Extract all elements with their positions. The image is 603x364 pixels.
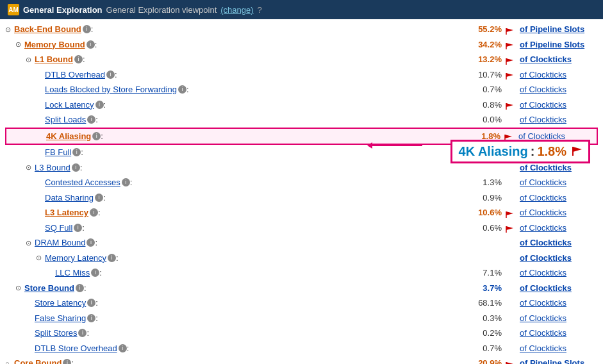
change-link[interactable]: (change)	[220, 5, 253, 15]
label-sq-full[interactable]: SQ Full	[45, 222, 72, 235]
info-icon-data-sharing[interactable]: i	[95, 194, 103, 202]
expand-icon-back-end-bound[interactable]: ⊙	[5, 24, 14, 35]
info-icon-store-latency[interactable]: i	[87, 299, 95, 307]
flag-spacer-memory-latency	[506, 254, 515, 261]
unit-back-end-bound[interactable]: of Pipeline Slots	[515, 23, 598, 36]
unit-memory-bound[interactable]: of Pipeline Slots	[515, 38, 598, 51]
label-l1-bound[interactable]: L1 Bound	[35, 53, 73, 66]
label-store-latency[interactable]: Store Latency	[35, 297, 86, 310]
unit-split-stores[interactable]: of Clockticks	[515, 327, 598, 340]
help-icon[interactable]: ?	[258, 5, 262, 15]
expand-icon-store-bound[interactable]: ⊙	[15, 283, 24, 294]
tree-row-memory-bound: ⊙ Memory Bound i : 34.2% of Pipeline Slo…	[5, 37, 598, 53]
expand-icon-l3-bound[interactable]: ⊙	[26, 162, 35, 173]
flag-spacer-l3-bound	[506, 163, 515, 171]
value-l1-bound: 13.2%	[466, 53, 504, 66]
unit-loads-blocked[interactable]: of Clockticks	[515, 83, 598, 96]
info-icon-l3-bound[interactable]: i	[72, 163, 80, 172]
colon-back-end-bound: :	[91, 23, 94, 36]
unit-memory-latency[interactable]: of Clockticks	[515, 252, 598, 265]
value-sq-full: 0.6%	[466, 222, 504, 235]
info-icon-memory-bound[interactable]: i	[87, 40, 95, 49]
label-data-sharing[interactable]: Data Sharing	[45, 192, 94, 204]
label-dtlb-overhead[interactable]: DTLB Overhead	[45, 69, 105, 81]
expand-spacer-dtlb-overhead	[36, 69, 45, 80]
label-memory-latency[interactable]: Memory Latency	[45, 252, 106, 265]
expand-icon-l1-bound[interactable]: ⊙	[26, 54, 35, 65]
expand-spacer-loads-blocked	[36, 85, 45, 95]
colon-l3-latency: :	[98, 206, 101, 219]
label-l3-bound[interactable]: L3 Bound	[35, 161, 70, 174]
value-lock-latency: 0.8%	[466, 99, 504, 112]
unit-split-loads[interactable]: of Clockticks	[515, 113, 598, 126]
svg-marker-14	[506, 211, 513, 215]
unit-store-latency[interactable]: of Clockticks	[515, 297, 598, 310]
unit-dtlb-store-overhead[interactable]: of Clockticks	[515, 342, 598, 355]
info-icon-l1-bound[interactable]: i	[74, 55, 83, 63]
info-icon-memory-latency[interactable]: i	[108, 254, 116, 262]
value-data-sharing: 0.9%	[466, 192, 504, 204]
info-icon-sq-full[interactable]: i	[74, 224, 82, 232]
expand-icon-memory-bound[interactable]: ⊙	[15, 39, 24, 50]
unit-dram-bound[interactable]: of Clockticks	[515, 236, 598, 249]
info-icon-dram-bound[interactable]: i	[87, 238, 95, 247]
unit-store-bound[interactable]: of Clockticks	[515, 282, 598, 295]
label-store-bound[interactable]: Store Bound	[24, 282, 74, 295]
svg-marker-8	[506, 103, 513, 107]
unit-core-bound[interactable]: of Pipeline Slots	[515, 357, 598, 364]
colon-store-latency: :	[95, 297, 98, 310]
unit-llc-miss[interactable]: of Clockticks	[515, 267, 598, 279]
label-core-bound[interactable]: Core Bound	[14, 357, 62, 364]
info-icon-fb-full[interactable]: i	[72, 148, 81, 156]
svg-marker-2	[506, 43, 513, 47]
unit-lock-latency[interactable]: of Clockticks	[515, 99, 598, 112]
label-4k-aliasing[interactable]: 4K Aliasing	[46, 130, 91, 143]
unit-false-sharing[interactable]: of Clockticks	[515, 312, 598, 325]
unit-contested-accesses[interactable]: of Clockticks	[515, 176, 598, 189]
label-lock-latency[interactable]: Lock Latency	[45, 99, 94, 112]
unit-sq-full[interactable]: of Clockticks	[515, 222, 598, 235]
unit-data-sharing[interactable]: of Clockticks	[515, 192, 598, 204]
expand-icon-memory-latency[interactable]: ⊙	[36, 252, 45, 263]
value-llc-miss: 7.1%	[466, 267, 504, 279]
label-back-end-bound[interactable]: Back-End Bound	[14, 23, 81, 36]
value-false-sharing: 0.3%	[466, 312, 504, 325]
label-llc-miss[interactable]: LLC Miss	[55, 267, 90, 279]
unit-l3-latency[interactable]: of Clockticks	[515, 206, 598, 219]
info-icon-core-bound[interactable]: i	[63, 359, 71, 364]
flag-spacer-split-loads	[506, 116, 515, 124]
expand-icon-core-bound[interactable]: ○	[5, 358, 14, 365]
info-icon-4k-aliasing[interactable]: i	[92, 132, 101, 140]
info-icon-false-sharing[interactable]: i	[87, 314, 95, 322]
colon-dtlb-overhead: :	[115, 69, 117, 81]
info-icon-back-end-bound[interactable]: i	[83, 25, 91, 33]
tree-row-dram-bound: ⊙ DRAM Bound i : of Clockticks	[5, 235, 598, 251]
colon-sq-full: :	[82, 222, 85, 235]
info-icon-l3-latency[interactable]: i	[90, 208, 98, 217]
unit-l1-bound[interactable]: of Clockticks	[515, 53, 598, 66]
info-icon-contested-accesses[interactable]: i	[122, 178, 130, 186]
label-memory-bound[interactable]: Memory Bound	[24, 38, 85, 51]
label-loads-blocked[interactable]: Loads Blocked by Store Forwarding	[45, 83, 177, 96]
info-icon-llc-miss[interactable]: i	[91, 269, 99, 277]
info-icon-loads-blocked[interactable]: i	[178, 85, 186, 94]
info-icon-split-loads[interactable]: i	[87, 115, 95, 124]
tree-row-contested-accesses: Contested Accesses i : 1.3% of Clocktick…	[5, 175, 598, 190]
label-l3-latency[interactable]: L3 Latency	[45, 206, 88, 219]
label-fb-full[interactable]: FB Full	[45, 146, 71, 159]
label-dtlb-store-overhead[interactable]: DTLB Store Overhead	[35, 342, 117, 355]
info-icon-split-stores[interactable]: i	[78, 329, 87, 337]
tree-row-memory-latency: ⊙ Memory Latency i : of Clockticks	[5, 251, 598, 266]
expand-icon-dram-bound[interactable]: ⊙	[26, 238, 35, 249]
unit-dtlb-overhead[interactable]: of Clockticks	[515, 69, 598, 81]
label-contested-accesses[interactable]: Contested Accesses	[45, 176, 120, 189]
info-icon-lock-latency[interactable]: i	[95, 101, 104, 109]
label-split-loads[interactable]: Split Loads	[45, 113, 86, 126]
label-split-stores[interactable]: Split Stores	[35, 327, 77, 340]
info-icon-dtlb-overhead[interactable]: i	[106, 70, 115, 79]
info-icon-store-bound[interactable]: i	[76, 284, 84, 292]
info-icon-dtlb-store-overhead[interactable]: i	[119, 344, 127, 352]
flag-spacer-store-latency	[506, 299, 515, 307]
label-false-sharing[interactable]: False Sharing	[35, 312, 86, 325]
label-dram-bound[interactable]: DRAM Bound	[35, 236, 85, 249]
